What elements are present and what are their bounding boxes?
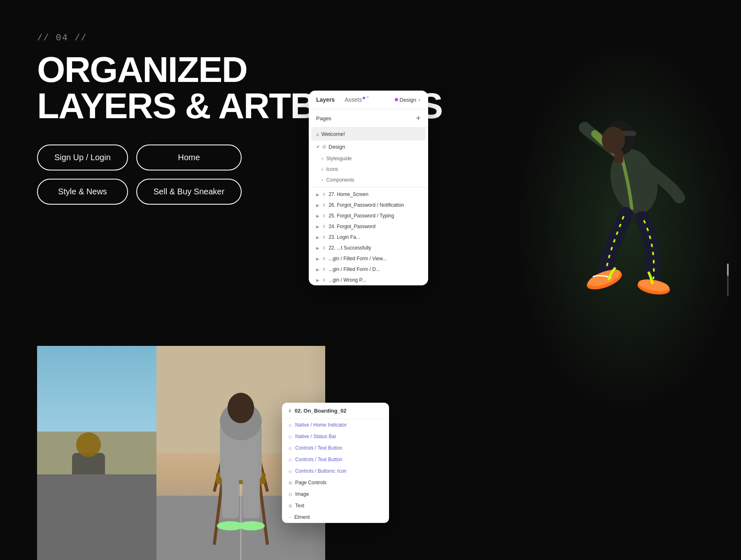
pages-header: Pages + (309, 109, 428, 128)
svg-line-6 (260, 484, 267, 545)
runner-svg (543, 70, 733, 391)
main-container: // 04 // ORGANIZED LAYERS & ARTBOARDS Si… (0, 0, 741, 560)
svg-point-20 (602, 127, 625, 153)
circle-icon: ○ (289, 515, 291, 520)
layer-status-bar[interactable]: ◇ Native / Status Bar (282, 431, 389, 442)
road-element (37, 485, 156, 560)
svg-point-4 (76, 432, 101, 457)
seated-person (183, 362, 298, 560)
layer-elment[interactable]: ○ Elment (282, 511, 389, 523)
title-line1: ORGANIZED (37, 49, 247, 90)
figma-layers-panel: Layers Assets Design ∧ Pages + ⌂ Welcome… (309, 91, 428, 285)
image-desert-road (37, 346, 156, 560)
layer-text-button-1[interactable]: ◇ Controls / Text Button (282, 442, 389, 454)
divider (309, 187, 428, 187)
assets-dot (363, 97, 365, 99)
svg-line-5 (214, 484, 221, 545)
layer-buttons-icon[interactable]: ◇ Controls / Buttons: Icon (282, 465, 389, 477)
artboard-24[interactable]: ▶ # 24. Forgot_Password (309, 221, 428, 232)
diamond-icon-1: ◇ (289, 423, 292, 427)
tab-design[interactable]: Design ∧ (395, 97, 421, 103)
layer-text-button-2[interactable]: ◇ Controls / Text Button (282, 454, 389, 465)
artboard-22[interactable]: ▶ # 22. ...t Successfully (309, 243, 428, 253)
svg-rect-21 (614, 151, 623, 163)
section-number: // 04 // (37, 33, 442, 43)
artboard-25[interactable]: ▶ # 25. Forgot_Password / Typing (309, 210, 428, 221)
artboard-filled-view[interactable]: ▶ # ...gin / Filled Form / View... (309, 253, 428, 264)
person-silhouette (56, 428, 138, 560)
layer-stylesguide[interactable]: + Stylesguide (309, 153, 428, 164)
layer-home-indicator[interactable]: ◇ Native / Home Indicator (282, 419, 389, 431)
tab-layers[interactable]: Layers (316, 96, 335, 103)
scrollbar[interactable] (727, 264, 729, 296)
layer-icons[interactable]: + Icons (309, 164, 428, 175)
diamond-icon-5: ◇ (289, 469, 292, 474)
add-page-button[interactable]: + (416, 114, 421, 122)
figma-layers-popup: # 02. On_Boarding_02 ◇ Native / Home Ind… (282, 403, 389, 523)
buttons-grid: Sign Up / Login Home Style & News Sell &… (37, 145, 242, 205)
grid-icon: ⊞ (289, 481, 292, 485)
popup-title: 02. On_Boarding_02 (295, 408, 347, 414)
svg-point-12 (228, 393, 254, 423)
style-news-button[interactable]: Style & News (37, 179, 128, 205)
layer-page-controls[interactable]: ⊞ Page Controls (282, 477, 389, 488)
layer-components[interactable]: + Components (309, 175, 428, 185)
artboard-26[interactable]: ▶ # 26. Forgot_Password / Notification (309, 200, 428, 210)
svg-point-16 (238, 521, 265, 530)
svg-point-1 (64, 543, 113, 553)
artboard-filled-d[interactable]: ▶ # ...gin / Filled Form / D... (309, 264, 428, 275)
scrollbar-thumb[interactable] (727, 264, 729, 276)
panel-header: Layers Assets Design ∧ (309, 91, 428, 109)
layer-image[interactable]: ⊡ Image (282, 488, 389, 500)
artboard-27[interactable]: ▶ # 27. Home_Screen (309, 189, 428, 200)
layers-popup-header: # 02. On_Boarding_02 (282, 403, 389, 419)
page-welcome[interactable]: ⌂ Welcome! (311, 128, 426, 140)
artboard-23[interactable]: ▶ # 23. Login Fa... (309, 232, 428, 243)
diamond-icon-2: ◇ (289, 434, 292, 439)
home-button[interactable]: Home (136, 145, 242, 170)
sell-buy-button[interactable]: Sell & Buy Sneaker (136, 179, 242, 205)
layer-text[interactable]: ⊞ Text (282, 500, 389, 511)
hash-icon-popup: # (289, 408, 291, 414)
diamond-icon-3: ◇ (289, 446, 292, 450)
artboard-wrong-p[interactable]: ▶ # ...gin / Wrong P... (309, 275, 428, 285)
svg-rect-14 (243, 473, 260, 518)
svg-rect-13 (222, 473, 239, 518)
svg-point-0 (60, 546, 117, 558)
text-icon: ⊞ (289, 504, 292, 508)
svg-rect-3 (72, 453, 105, 502)
svg-rect-2 (78, 490, 99, 552)
signup-login-button[interactable]: Sign Up / Login (37, 145, 128, 170)
image-icon: ⊡ (289, 492, 292, 497)
design-dot (395, 98, 398, 101)
tab-assets[interactable]: Assets (345, 96, 365, 103)
diamond-icon-4: ◇ (289, 457, 292, 462)
page-design[interactable]: ✓ ⊙ Design (309, 140, 428, 153)
road-scene (37, 346, 156, 560)
runner-image-area (515, 41, 741, 412)
pages-label: Pages (316, 115, 331, 121)
